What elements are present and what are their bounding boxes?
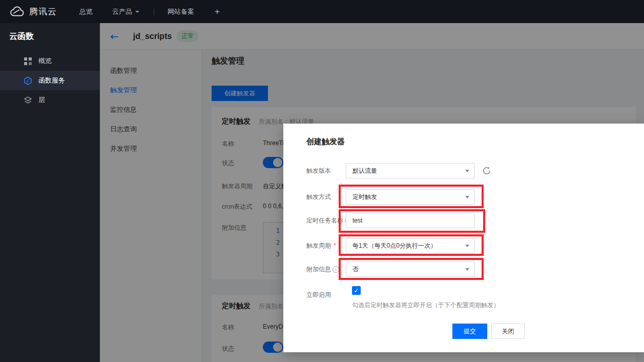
chevron-down-icon xyxy=(465,245,469,247)
chevron-down-icon xyxy=(135,11,139,13)
product-title: 云函数 xyxy=(0,23,100,51)
info-icon[interactable]: i xyxy=(333,266,339,273)
hexagon-function-icon xyxy=(24,76,32,85)
trigger-cycle-select[interactable]: 每1天（每天0点0分执行一次） xyxy=(346,238,475,253)
nav-item-products[interactable]: 云产品 xyxy=(112,7,139,16)
chevron-down-icon xyxy=(465,268,469,271)
sidebar-item-function-service[interactable]: 函数服务 xyxy=(0,71,100,90)
modal-title: 创建触发器 xyxy=(306,137,345,147)
enable-now-hint: 勾选后定时触发器将立即开启（于下个配置周期触发） xyxy=(352,301,500,310)
enable-now-checkbox-checked[interactable]: ✓ xyxy=(352,286,361,295)
submit-button[interactable]: 提交 xyxy=(452,324,487,339)
top-nav: 腾讯云 总览 云产品 网站备案 + xyxy=(0,0,644,23)
field-label-extra-info: 附加信息 i xyxy=(306,262,339,277)
chevron-down-icon xyxy=(465,170,469,172)
required-asterisk: * xyxy=(334,242,336,249)
field-label-enable-now: 立即启用 xyxy=(306,287,331,303)
grid-icon xyxy=(24,57,32,66)
sidebar-item-label: 概览 xyxy=(38,56,52,66)
version-select[interactable]: 默认流量 xyxy=(346,163,475,178)
nav-divider xyxy=(154,8,154,15)
cloud-icon xyxy=(9,6,25,17)
brand-name: 腾讯云 xyxy=(29,6,57,17)
extra-info-select[interactable]: 否 xyxy=(346,262,475,277)
close-button[interactable]: 关闭 xyxy=(491,324,525,339)
nav-item-overview[interactable]: 总览 xyxy=(79,7,93,16)
nav-add-button[interactable]: + xyxy=(215,7,220,17)
field-label-method: 触发方式 xyxy=(306,189,331,205)
field-label-version: 触发版本 xyxy=(306,163,331,178)
field-label-cycle: 触发周期 * xyxy=(306,238,336,253)
sidebar-item-label: 函数服务 xyxy=(38,76,65,85)
sidebar-item-label: 层 xyxy=(38,95,45,105)
refresh-icon[interactable] xyxy=(482,166,491,175)
create-trigger-modal: 创建触发器 触发版本 默认流量 触发方式 定时触发 定时任务名称 i * 触发周… xyxy=(283,124,644,352)
trigger-method-select[interactable]: 定时触发 xyxy=(346,189,475,205)
task-name-input[interactable] xyxy=(346,213,475,228)
tencent-cloud-logo[interactable]: 腾讯云 xyxy=(9,6,57,17)
sidebar-item-overview[interactable]: 概览 xyxy=(0,51,100,71)
left-sidebar: 云函数 概览 函数服务 层 xyxy=(0,23,100,362)
sidebar-item-layers[interactable]: 层 xyxy=(0,90,100,110)
chevron-down-icon xyxy=(465,196,469,198)
layers-icon xyxy=(24,96,32,105)
nav-item-icp[interactable]: 网站备案 xyxy=(168,7,194,16)
